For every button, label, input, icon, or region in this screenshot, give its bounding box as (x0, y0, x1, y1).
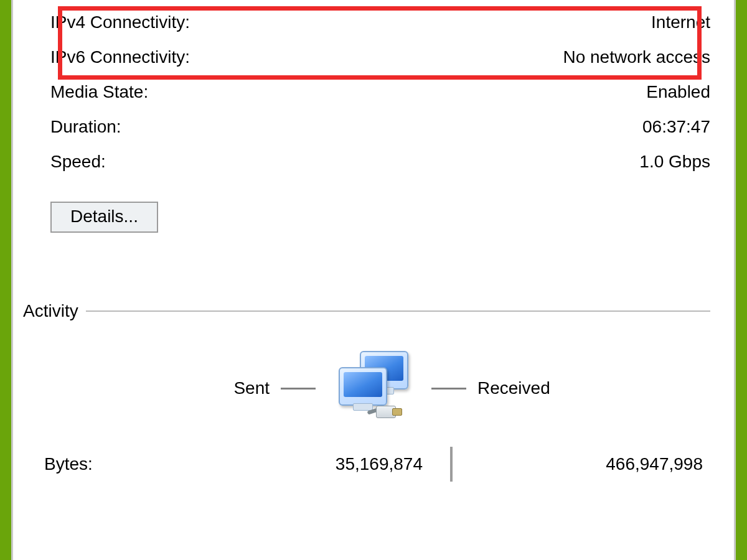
row-ipv4-connectivity: IPv4 Connectivity: Internet (37, 5, 710, 40)
activity-dash-right (431, 388, 466, 390)
activity-section: Activity Sent Received (37, 301, 710, 482)
activity-bytes-row: Bytes: 35,169,874 466,947,998 (37, 447, 710, 482)
details-button[interactable]: Details... (50, 202, 158, 233)
row-duration: Duration: 06:37:47 (37, 110, 710, 144)
row-media-state: Media State: Enabled (37, 75, 710, 110)
received-label: Received (477, 378, 608, 398)
network-status-panel: IPv4 Connectivity: Internet IPv6 Connect… (11, 0, 736, 560)
divider (86, 310, 710, 312)
activity-direction-row: Sent Received (37, 351, 710, 426)
value-duration: 06:37:47 (642, 117, 710, 137)
bytes-received-value: 466,947,998 (467, 454, 710, 474)
sent-label: Sent (139, 378, 270, 398)
connection-status-list: IPv4 Connectivity: Internet IPv6 Connect… (37, 0, 710, 179)
row-speed: Speed: 1.0 Gbps (37, 144, 710, 179)
activity-vertical-separator (450, 447, 453, 482)
row-ipv6-connectivity: IPv6 Connectivity: No network access (37, 40, 710, 75)
label-speed: Speed: (50, 152, 106, 172)
value-ipv4-connectivity: Internet (651, 12, 710, 32)
activity-dash-left (281, 388, 316, 390)
bytes-label: Bytes: (37, 454, 187, 474)
value-speed: 1.0 Gbps (639, 152, 710, 172)
label-ipv6-connectivity: IPv6 Connectivity: (50, 47, 190, 67)
value-ipv6-connectivity: No network access (563, 47, 710, 67)
value-media-state: Enabled (646, 82, 710, 102)
bytes-sent-value: 35,169,874 (187, 454, 448, 474)
network-computers-icon (327, 351, 420, 426)
label-media-state: Media State: (50, 82, 148, 102)
label-ipv4-connectivity: IPv4 Connectivity: (50, 12, 190, 32)
label-duration: Duration: (50, 117, 121, 137)
activity-title: Activity (23, 301, 78, 321)
